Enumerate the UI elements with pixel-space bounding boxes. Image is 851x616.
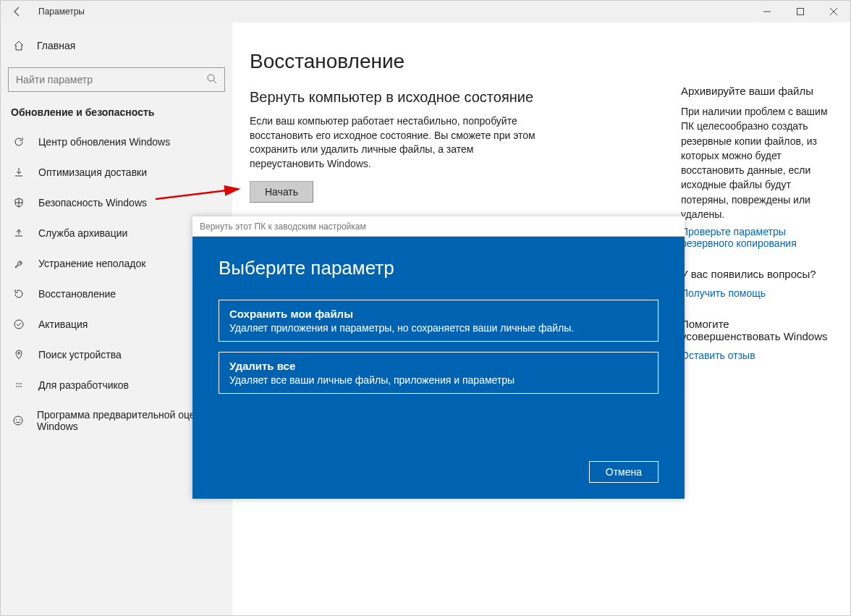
search-wrap [8,67,225,92]
window-controls [750,1,850,22]
option-remove-all[interactable]: Удалить все Удаляет все ваши личные файл… [219,352,659,394]
activation-icon [12,318,25,331]
dialog-cancel-button[interactable]: Отмена [589,461,659,483]
option-text: Удаляет приложения и параметры, но сохра… [229,322,648,334]
developer-icon [12,379,25,392]
dialog-header: Вернуть этот ПК к заводским настройкам [192,216,685,237]
svg-point-9 [16,419,17,421]
aside-help-title: У вас появились вопросы? [681,268,829,280]
option-text: Удаляет все ваши личные файлы, приложени… [229,374,648,386]
minimize-button[interactable] [750,1,784,22]
start-reset-button[interactable]: Начать [250,181,313,203]
window-title: Параметры [30,7,85,17]
sidebar-category: Обновление и безопасность [1,102,232,127]
page-title: Восстановление [250,50,655,73]
troubleshoot-icon [12,257,25,270]
sidebar-item-label: Центр обновления Windows [38,136,170,148]
sidebar-item-windows-security[interactable]: Безопасность Windows [1,187,232,218]
aside-backup-link[interactable]: Проверьте параметры резервного копирован… [681,226,829,249]
home-icon [12,40,25,51]
svg-rect-1 [797,9,804,15]
titlebar: Параметры [1,1,850,22]
download-icon [12,166,25,179]
svg-point-10 [20,419,21,421]
svg-point-4 [208,75,214,81]
sidebar-item-label: Активация [38,318,88,330]
search-input[interactable] [8,67,225,92]
sidebar-item-label: Оптимизация доставки [38,166,147,178]
recovery-icon [12,287,25,300]
option-keep-files[interactable]: Сохранить мои файлы Удаляет приложения и… [219,300,659,342]
svg-point-6 [14,320,23,329]
svg-point-7 [18,353,20,355]
dialog-title: Выберите параметр [219,257,659,279]
dialog-body: Выберите параметр Сохранить мои файлы Уд… [192,237,685,499]
reset-section-text: Если ваш компьютер работает нестабильно,… [250,114,546,171]
sync-icon [12,135,25,148]
reset-dialog: Вернуть этот ПК к заводским настройкам В… [192,216,685,499]
close-button[interactable] [817,1,850,22]
search-icon [206,73,218,85]
svg-point-8 [14,416,22,425]
sidebar-item-label: Для разработчиков [38,379,129,391]
aside-backup-title: Архивируйте ваши файлы [681,85,829,97]
svg-line-5 [213,80,216,83]
find-device-icon [12,348,25,361]
reset-section-title: Вернуть компьютер в исходное состояние [250,89,655,106]
sidebar-item-label: Поиск устройства [38,349,122,360]
option-title: Сохранить мои файлы [229,308,648,320]
shield-icon [12,196,25,209]
aside-backup-text: При наличии проблем с вашим ПК целесообр… [681,104,829,221]
sidebar-item-label: Служба архивации [38,227,127,239]
backup-icon [12,227,25,240]
back-button[interactable] [5,6,30,17]
maximize-button[interactable] [784,1,817,22]
aside-feedback-title: Помогите усовершенствовать Windows [681,318,829,342]
sidebar-item-label: Устранение неполадок [38,258,145,269]
aside-feedback-link[interactable]: Оставить отзыв [681,350,829,361]
sidebar-home-label: Главная [37,40,75,51]
aside-column: Архивируйте ваши файлы При наличии пробл… [681,50,829,601]
sidebar-item-label: Безопасность Windows [38,197,147,208]
insider-icon [12,414,24,427]
sidebar-item-windows-update[interactable]: Центр обновления Windows [1,127,232,157]
aside-help-link[interactable]: Получить помощь [681,287,829,299]
option-title: Удалить все [229,360,648,372]
sidebar-item-label: Восстановление [38,288,116,300]
sidebar-item-delivery-optimization[interactable]: Оптимизация доставки [1,157,232,187]
sidebar-home[interactable]: Главная [1,34,232,57]
